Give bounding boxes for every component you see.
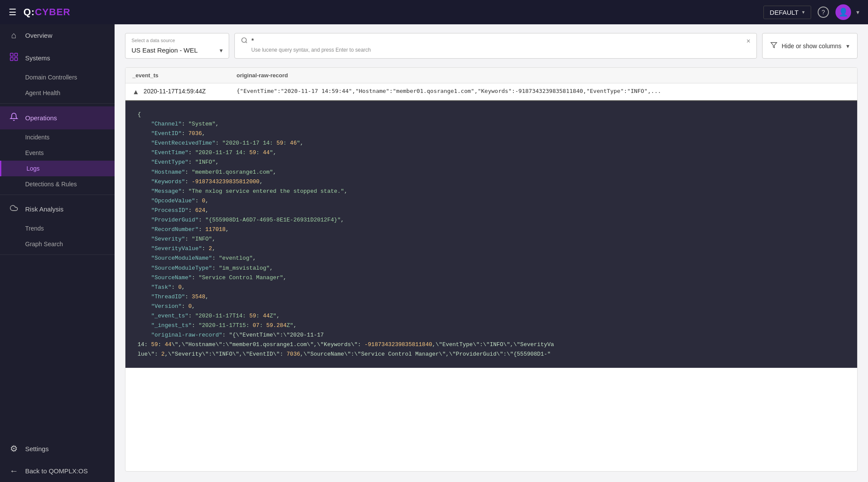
svg-rect-1 — [15, 53, 18, 56]
filter-icon — [770, 42, 777, 50]
sidebar-divider-1 — [0, 103, 115, 104]
logo-brand: CYBER — [35, 7, 70, 17]
search-input[interactable] — [251, 37, 743, 45]
row-expand-cell: ▲ 2020-11-17T14:59:44Z — [132, 88, 237, 96]
help-button[interactable]: ? — [815, 3, 832, 21]
tenant-chevron: ▾ — [802, 9, 805, 15]
user-avatar[interactable]: 👤 — [835, 4, 851, 20]
sidebar-label-settings: Settings — [25, 445, 49, 452]
sidebar-label-incidents: Incidents — [25, 134, 49, 141]
sidebar-item-risk-analysis[interactable]: Risk Analysis — [0, 198, 115, 221]
sidebar-item-agent-health[interactable]: Agent Health — [0, 85, 115, 101]
sidebar-bottom: ⚙ Settings ← Back to QOMPLX:OS — [0, 437, 115, 482]
topbar: ☰ Q:CYBER DEFAULT ▾ ? 👤 ▾ — [0, 0, 868, 24]
sidebar-label-trends: Trends — [25, 225, 44, 232]
sidebar-label-risk-analysis: Risk Analysis — [25, 205, 63, 213]
sidebar-label-systems: Systems — [25, 54, 50, 62]
search-bar: × Use lucene query syntax, and press Ent… — [234, 33, 757, 59]
topbar-right: DEFAULT ▾ ? 👤 ▾ — [763, 3, 859, 21]
sidebar-item-trends[interactable]: Trends — [0, 221, 115, 236]
avatar-icon: 👤 — [838, 7, 848, 17]
svg-marker-6 — [771, 43, 776, 48]
sidebar-label-logs: Logs — [26, 165, 39, 172]
sidebar-label-domain-controllers: Domain Controllers — [25, 74, 77, 81]
tenant-label: DEFAULT — [770, 9, 799, 16]
datasource-label: Select a data source — [132, 38, 175, 43]
svg-rect-3 — [15, 58, 18, 61]
datasource-selector[interactable]: Select a data source US East Region - WE… — [125, 33, 229, 59]
operations-icon — [9, 112, 19, 123]
help-icon: ? — [818, 7, 829, 18]
menu-icon[interactable]: ☰ — [9, 7, 16, 17]
sidebar-item-operations[interactable]: Operations — [0, 106, 115, 129]
search-clear-button[interactable]: × — [746, 37, 750, 45]
sidebar-label-agent-health: Agent Health — [25, 89, 60, 96]
columns-arrow-icon: ▾ — [846, 43, 849, 50]
table-row-summary[interactable]: ▲ 2020-11-17T14:59:44Z {"EventTime":"202… — [125, 83, 857, 100]
search-icon — [241, 37, 248, 46]
datasource-value-row: US East Region - WEL ▾ — [132, 46, 223, 54]
datasource-arrow-icon: ▾ — [220, 47, 223, 54]
sidebar-divider-2 — [0, 195, 115, 195]
sidebar-item-detections-rules[interactable]: Detections & Rules — [0, 176, 115, 192]
table-row: ▲ 2020-11-17T14:59:44Z {"EventTime":"202… — [125, 83, 857, 368]
svg-rect-0 — [10, 53, 13, 56]
home-icon: ⌂ — [9, 30, 19, 40]
risk-icon — [9, 204, 19, 215]
logo-prefix: Q: — [23, 7, 35, 17]
event-timestamp: 2020-11-17T14:59:44Z — [144, 88, 206, 95]
sidebar-label-overview: Overview — [25, 32, 53, 39]
svg-point-4 — [242, 38, 247, 43]
json-detail-panel: { "Channel": "System", "EventID": 7036, … — [125, 100, 857, 368]
sidebar-item-incidents[interactable]: Incidents — [0, 129, 115, 145]
svg-line-5 — [246, 42, 247, 43]
row-expand-icon[interactable]: ▲ — [132, 88, 139, 96]
datasource-value: US East Region - WEL — [132, 46, 198, 54]
main-layout: ⌂ Overview Systems Domain Controllers Ag… — [0, 24, 868, 482]
user-chevron[interactable]: ▾ — [856, 9, 859, 16]
table-header: _event_ts original-raw-record — [125, 68, 857, 83]
sidebar-label-operations: Operations — [25, 114, 57, 122]
search-hint: Use lucene query syntax, and press Enter… — [241, 47, 750, 53]
settings-icon: ⚙ — [9, 443, 19, 454]
search-bar-top: × — [241, 37, 750, 46]
table-area: _event_ts original-raw-record ▲ 2020-11-… — [125, 67, 858, 472]
column-header-raw-record: original-raw-record — [237, 72, 850, 79]
sidebar-item-settings[interactable]: ⚙ Settings — [0, 437, 115, 460]
sidebar-item-domain-controllers[interactable]: Domain Controllers — [0, 69, 115, 85]
hide-show-columns-button[interactable]: Hide or show columns ▾ — [762, 33, 858, 59]
sidebar-label-detections-rules: Detections & Rules — [25, 181, 77, 188]
sidebar-item-events[interactable]: Events — [0, 145, 115, 161]
app-logo: Q:CYBER — [23, 7, 763, 18]
svg-rect-2 — [10, 58, 13, 61]
sidebar-item-graph-search[interactable]: Graph Search — [0, 236, 115, 252]
sidebar-item-logs[interactable]: Logs — [0, 161, 115, 176]
content-area: Select a data source US East Region - WE… — [115, 24, 868, 482]
sidebar-item-overview[interactable]: ⌂ Overview — [0, 24, 115, 46]
toolbar: Select a data source US East Region - WE… — [115, 24, 868, 67]
raw-record-preview: {"EventTime":"2020-11-17 14:59:44","Host… — [237, 88, 850, 94]
sidebar-label-events: Events — [25, 149, 44, 156]
back-icon: ← — [9, 466, 19, 476]
sidebar-item-back[interactable]: ← Back to QOMPLX:OS — [0, 460, 115, 482]
columns-label: Hide or show columns — [782, 43, 842, 50]
systems-icon — [9, 53, 19, 63]
sidebar: ⌂ Overview Systems Domain Controllers Ag… — [0, 24, 115, 482]
column-header-event-ts: _event_ts — [132, 72, 237, 79]
sidebar-label-back: Back to QOMPLX:OS — [25, 467, 88, 475]
sidebar-divider-3 — [0, 254, 115, 255]
sidebar-label-graph-search: Graph Search — [25, 241, 63, 248]
tenant-selector[interactable]: DEFAULT ▾ — [763, 6, 811, 19]
sidebar-item-systems[interactable]: Systems — [0, 46, 115, 69]
